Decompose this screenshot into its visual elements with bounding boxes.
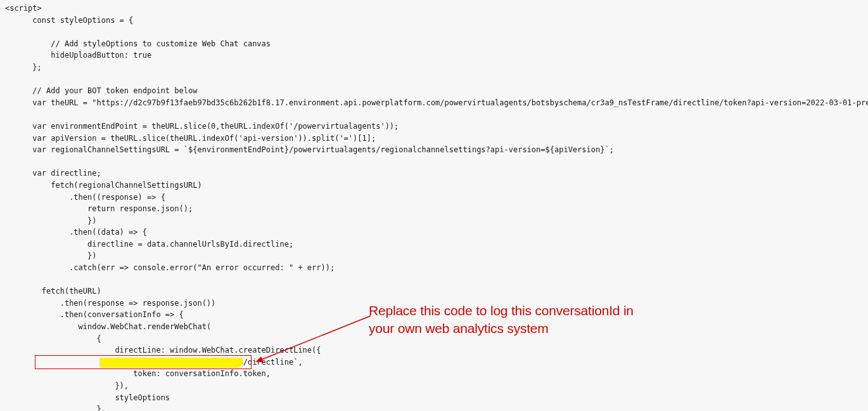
highlight-code-yellow: [99, 358, 243, 368]
code-block-container: <script> const styleOptions = { // Add s…: [0, 0, 868, 411]
annotation-text: Replace this code to log this conversati…: [369, 302, 641, 338]
script-code: <script> const styleOptions = { // Add s…: [5, 3, 863, 411]
